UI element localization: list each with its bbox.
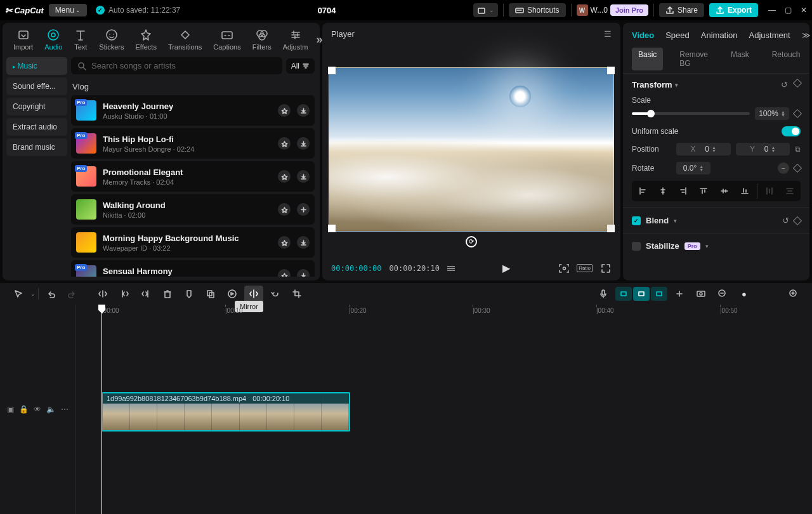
tab-captions[interactable]: Captions — [207, 27, 246, 52]
blend-section[interactable]: ✓ Blend ▾ ↺ — [623, 208, 809, 233]
tab-transitions[interactable]: Transitions — [162, 27, 207, 52]
play-button[interactable]: ▶ — [502, 262, 510, 274]
split-tool[interactable] — [93, 286, 112, 302]
chevron-down-icon[interactable]: ⌄ — [30, 291, 36, 297]
song-row[interactable]: Pro Heavenly Journey Ausku Studio · 01:0… — [71, 95, 315, 126]
mic-button[interactable] — [594, 286, 613, 302]
keyframe-blend[interactable] — [793, 216, 802, 225]
snap-tool[interactable] — [670, 286, 689, 302]
maximize-button[interactable]: ▢ — [785, 6, 792, 15]
sidecat-extract[interactable]: Extract audio — [6, 118, 67, 136]
trim-right-tool[interactable] — [136, 286, 155, 302]
tab-text[interactable]: Text — [68, 27, 93, 52]
playhead[interactable] — [102, 305, 102, 514]
delete-tool[interactable] — [158, 286, 177, 302]
rotate-input[interactable]: 0.0°▲▼ — [676, 162, 710, 175]
ratio-button[interactable]: Ratio — [577, 264, 593, 272]
export-button[interactable]: Export — [709, 3, 758, 17]
download-button[interactable] — [297, 269, 310, 277]
search-input[interactable]: Search songs or artists — [71, 57, 282, 74]
itab-speed[interactable]: Speed — [665, 30, 690, 40]
rotate-tool[interactable] — [266, 286, 285, 302]
favorite-button[interactable] — [278, 236, 291, 249]
time-ruler[interactable]: |00:00|00:10|00:20|00:30|00:40|00:50 — [76, 305, 812, 319]
position-x-input[interactable]: X 0▲▼ — [676, 143, 731, 155]
song-row[interactable]: Walking Around Nikitta · 02:00 — [71, 194, 315, 225]
song-row[interactable]: Pro This Hip Hop Lo-fi Mayur Suresh Dong… — [71, 128, 315, 159]
stabilize-section[interactable]: Stabilize Pro ▾ — [623, 233, 809, 258]
sidecat-copyright[interactable]: Copyright — [6, 98, 67, 115]
mirror-button[interactable]: − — [778, 162, 789, 174]
trim-left-tool[interactable] — [115, 286, 134, 302]
favorite-button[interactable] — [278, 203, 291, 216]
reset-blend-icon[interactable]: ↺ — [782, 216, 789, 225]
zoom-slider-knob[interactable]: ● — [735, 286, 754, 302]
stabilize-checkbox[interactable] — [632, 242, 641, 251]
scale-value-input[interactable]: 100%▲▼ — [755, 107, 789, 120]
handle-bl[interactable] — [328, 225, 336, 232]
position-y-input[interactable]: Y 0▲▼ — [736, 143, 790, 155]
tab-import[interactable]: Import — [8, 27, 39, 52]
sidecat-soundeff[interactable]: Sound effe... — [6, 77, 67, 95]
handle-tl[interactable] — [328, 67, 336, 74]
song-row[interactable]: Pro Promotional Elegant Memory Tracks · … — [71, 161, 315, 192]
align-vcenter[interactable] — [716, 183, 733, 199]
magnet-1[interactable] — [615, 287, 632, 301]
reverse-tool[interactable] — [223, 286, 242, 302]
rotate-handle[interactable]: ⟳ — [466, 236, 477, 247]
favorite-button[interactable] — [278, 170, 291, 183]
select-tool[interactable] — [9, 286, 28, 302]
aspect-button[interactable]: ⌄ — [473, 3, 498, 17]
tab-stickers[interactable]: Stickers — [93, 27, 129, 52]
add-button[interactable] — [297, 203, 310, 216]
duplicate-tool[interactable] — [201, 286, 220, 302]
keyframe-scale[interactable] — [793, 109, 802, 118]
user-cluster[interactable]: W W...0 Join Pro — [577, 4, 648, 16]
align-left[interactable] — [634, 183, 651, 199]
tabs-more-button[interactable]: » — [313, 33, 325, 46]
track-collapse-icon[interactable]: ▣ — [7, 405, 14, 414]
reset-transform-icon[interactable]: ↺ — [781, 80, 788, 89]
handle-tr[interactable] — [607, 67, 615, 74]
crop-tool[interactable] — [287, 286, 306, 302]
download-button[interactable] — [297, 104, 310, 117]
subtab-mask[interactable]: Mask — [724, 48, 756, 70]
minimize-button[interactable]: — — [768, 6, 776, 15]
fullscreen-icon[interactable] — [600, 263, 612, 274]
align-top[interactable] — [695, 183, 712, 199]
song-row[interactable]: Morning Happy Background Music Wavepaper… — [71, 227, 315, 258]
uniform-scale-toggle[interactable] — [782, 126, 801, 136]
tab-effects[interactable]: Effects — [129, 27, 162, 52]
itab-animation[interactable]: Animation — [701, 30, 738, 40]
project-title[interactable]: 0704 — [185, 6, 468, 15]
keyframe-rotate[interactable] — [793, 164, 802, 173]
tab-audio[interactable]: Audio — [39, 27, 68, 52]
inspector-more-icon[interactable]: ≫ — [802, 30, 809, 40]
undo-button[interactable] — [41, 286, 60, 302]
subtab-removebg[interactable]: Remove BG — [673, 48, 714, 70]
itab-video[interactable]: Video — [632, 30, 654, 40]
keyframe-transform-icon[interactable] — [793, 79, 802, 88]
close-button[interactable]: ✕ — [801, 6, 807, 15]
download-button[interactable] — [297, 170, 310, 183]
marker-tool[interactable] — [180, 286, 199, 302]
magnet-3[interactable] — [651, 287, 667, 301]
subtab-basic[interactable]: Basic — [632, 48, 663, 70]
filter-button[interactable]: All — [286, 58, 315, 74]
track-visibility-icon[interactable]: 👁 — [34, 405, 41, 414]
magnet-2[interactable] — [633, 287, 650, 301]
download-button[interactable] — [297, 236, 310, 249]
shortcuts-button[interactable]: Shortcuts — [509, 3, 566, 17]
timeline-body[interactable]: |00:00|00:10|00:20|00:30|00:40|00:50 1d9… — [76, 305, 812, 514]
align-right[interactable] — [675, 183, 691, 199]
track-more-icon[interactable]: ⋯ — [61, 405, 69, 414]
focus-icon[interactable] — [558, 263, 569, 274]
handle-br[interactable] — [607, 225, 615, 232]
zoom-out-button[interactable] — [713, 286, 732, 302]
favorite-button[interactable] — [278, 137, 291, 150]
sidecat-music[interactable]: Music — [6, 57, 67, 75]
favorite-button[interactable] — [278, 104, 291, 117]
share-button[interactable]: Share — [659, 3, 704, 17]
preview-frame[interactable]: ⟳ — [329, 67, 614, 232]
timeline-clip[interactable]: 1d99a992b80818123467063b9d74b188.mp4 00:… — [102, 392, 350, 432]
